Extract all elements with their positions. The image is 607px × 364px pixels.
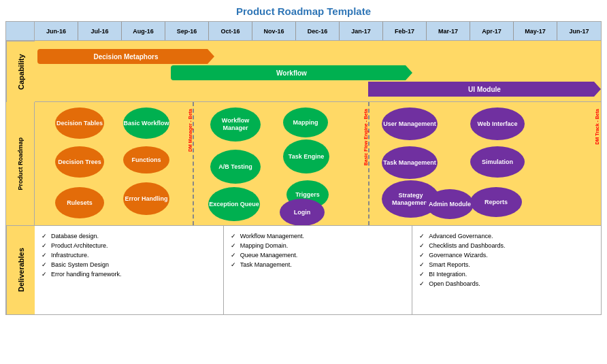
features-row: DM Manager - Beta Basic Flow Engine - Be…: [35, 102, 601, 226]
decision-metaphors-bar: Decision Metaphors: [37, 49, 214, 64]
capability-label: Capability: [6, 41, 35, 102]
oval-decision-trees: Decision Trees: [55, 146, 104, 178]
oval-mapping: Mapping: [283, 107, 328, 137]
deliverable-item: ✓Governance Wizards.: [419, 250, 594, 260]
oval-workflow-manager: Workflow Manager: [210, 107, 261, 142]
oval-task-management: Task Management: [382, 146, 438, 179]
deliverables-col1: ✓Database design. ✓Product Architecture.…: [35, 226, 223, 314]
beta-label-1: DM Manager - Beta: [188, 109, 193, 152]
deliverable-item: ✓Error handling framework.: [42, 269, 216, 279]
deliverables-list-1: ✓Database design. ✓Product Architecture.…: [42, 231, 216, 279]
deliverables-list-2: ✓Workflow Management. ✓Mapping Domain. ✓…: [231, 231, 406, 269]
oval-error-handling: Error Handling: [123, 182, 169, 215]
product-roadmap-label: Product Roadmap: [6, 102, 35, 226]
oval-basic-workflow: Basic Workflow: [123, 107, 169, 139]
oval-task-engine: Task Engine: [283, 139, 329, 173]
oval-web-interface: Web Interface: [470, 107, 525, 140]
timeline-may17: May-17: [514, 22, 557, 40]
deliverable-item: ✓Queue Management.: [231, 250, 406, 260]
timeline-nov16: Nov-16: [252, 22, 296, 40]
deliverables-col2: ✓Workflow Management. ✓Mapping Domain. ✓…: [224, 226, 412, 314]
oval-decision-tables: Decision Tables: [55, 107, 104, 139]
deliverable-item: ✓Mapping Domain.: [231, 241, 406, 250]
beta-label-3: DM Track - Beta: [595, 109, 600, 145]
timeline-dec16: Dec-16: [296, 22, 340, 40]
deliverable-item: ✓Smart Reports.: [419, 260, 594, 269]
timeline-aug16: Aug-16: [122, 22, 165, 40]
page-title: Product Roadmap Template: [5, 5, 602, 17]
deliverable-item: ✓BI Integration.: [419, 269, 594, 279]
corner-cell: [6, 22, 35, 41]
deliverable-item: ✓Basic System Design: [42, 260, 216, 269]
deliverable-item: ✓Checklists and Dashboards.: [419, 241, 594, 250]
timeline-apr17: Apr-17: [470, 22, 514, 40]
deliverable-item: ✓Database design.: [42, 231, 216, 241]
deliverable-item: ✓Open Dashboards.: [419, 279, 594, 288]
dashed-line-2: [368, 102, 370, 225]
deliverables-label: Deliverables: [6, 226, 35, 314]
oval-admin-module: Admin Module: [426, 189, 474, 219]
workflow-bar: Workflow: [171, 65, 412, 80]
main-container: Product Roadmap Template Capability Prod…: [0, 0, 607, 320]
right-content: Jun-16 Jul-16 Aug-16 Sep-16 Oct-16 Nov-1…: [35, 22, 601, 314]
timeline-oct16: Oct-16: [209, 22, 252, 40]
timeline-jan17: Jan-17: [340, 22, 383, 40]
deliverable-item: ✓Product Architecture.: [42, 241, 216, 250]
oval-user-management: User Management: [382, 107, 438, 140]
beta-label-2: Basic Flow Engine - Beta: [363, 109, 368, 165]
oval-exception-queue: Exception Queue: [208, 187, 260, 221]
timeline-jul16: Jul-16: [78, 22, 122, 40]
deliverable-item: ✓Workflow Management.: [231, 231, 406, 241]
timeline-jun17: Jun-17: [557, 22, 601, 40]
oval-simulation: Simulation: [470, 146, 525, 178]
dashed-line-1: [193, 102, 194, 225]
deliverable-item: ✓Advanced Governance.: [419, 231, 594, 241]
timeline-sep16: Sep-16: [165, 22, 209, 40]
deliverable-item: ✓Task Management.: [231, 260, 406, 269]
oval-reports: Reports: [470, 187, 522, 217]
deliverables-list-3: ✓Advanced Governance. ✓Checklists and Da…: [419, 231, 594, 288]
oval-login: Login: [280, 199, 325, 226]
ui-module-bar: UI Module: [368, 82, 601, 97]
deliverables-col3: ✓Advanced Governance. ✓Checklists and Da…: [412, 226, 601, 314]
deliverables-row: ✓Database design. ✓Product Architecture.…: [35, 226, 601, 314]
capability-row: Decision Metaphors Workflow UI Module: [35, 41, 601, 102]
left-labels: Capability Product Roadmap Deliverables: [6, 22, 35, 314]
timeline-jun16: Jun-16: [35, 22, 78, 40]
deliverable-item: ✓Infrastructure.: [42, 250, 216, 260]
timeline-header: Jun-16 Jul-16 Aug-16 Sep-16 Oct-16 Nov-1…: [35, 22, 601, 41]
oval-functions: Functions: [123, 146, 169, 173]
roadmap-grid: Capability Product Roadmap Deliverables …: [5, 21, 602, 315]
oval-rulesets: Rulesets: [55, 187, 104, 218]
oval-ab-testing: A/B Testing: [210, 150, 261, 184]
timeline-feb17: Feb-17: [383, 22, 427, 40]
timeline-mar17: Mar-17: [427, 22, 470, 40]
